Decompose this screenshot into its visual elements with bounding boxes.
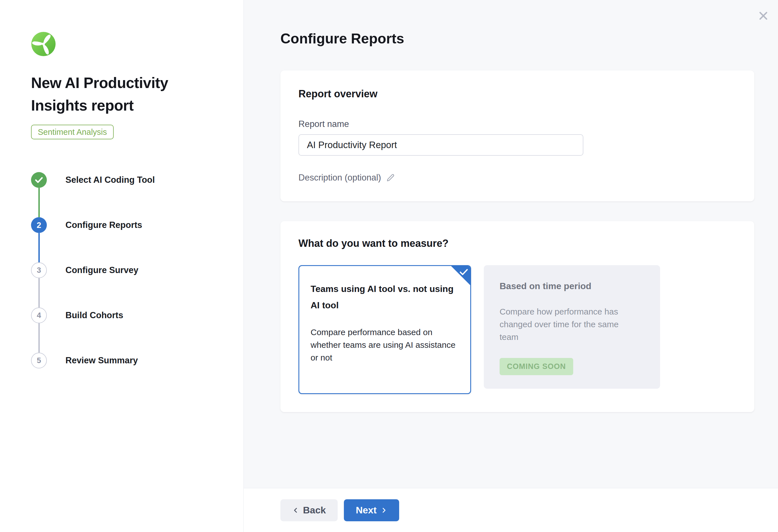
sentiment-analysis-badge: Sentiment Analysis	[31, 125, 114, 139]
sidebar: New AI Productivity Insights report Sent…	[0, 0, 244, 532]
option-based-on-time-period: Based on time period Compare how perform…	[484, 265, 660, 389]
step-label: Configure Reports	[65, 220, 142, 230]
option-title: Teams using AI tool vs. not using AI too…	[311, 281, 459, 313]
coming-soon-badge: COMING SOON	[499, 358, 573, 375]
main-column: Configure Reports Report overview Report…	[244, 0, 778, 532]
stepper-step-configure-survey[interactable]: 3 Configure Survey	[31, 262, 232, 278]
chevron-right-icon	[381, 507, 387, 514]
main-panel: Configure Reports Report overview Report…	[244, 0, 778, 488]
next-button-label: Next	[356, 505, 377, 516]
close-icon	[757, 9, 770, 22]
stepper-connector	[38, 188, 40, 217]
stepper-connector	[38, 323, 40, 353]
description-optional-button[interactable]: Description (optional)	[299, 173, 395, 183]
stepper-step-build-cohorts[interactable]: 4 Build Cohorts	[31, 307, 232, 323]
step-label: Select AI Coding Tool	[65, 175, 155, 185]
stepper-step-configure-reports[interactable]: 2 Configure Reports	[31, 217, 232, 233]
option-description: Compare how performance has changed over…	[499, 305, 626, 343]
edit-pencil-icon	[386, 173, 395, 182]
page-title: Configure Reports	[281, 30, 754, 47]
measure-card: What do you want to measure? Teams using…	[281, 221, 754, 412]
wizard-footer: Back Next	[244, 488, 778, 532]
option-teams-vs-not-using-ai[interactable]: Teams using AI tool vs. not using AI too…	[299, 265, 471, 394]
option-description: Compare performance based on whether tea…	[311, 326, 459, 364]
selected-check-icon	[459, 269, 468, 276]
step-label: Review Summary	[65, 356, 138, 366]
next-button[interactable]: Next	[344, 499, 399, 521]
close-button[interactable]	[756, 8, 771, 24]
step-label: Build Cohorts	[65, 310, 123, 320]
measure-heading: What do you want to measure?	[299, 237, 736, 249]
step-number: 3	[31, 262, 47, 278]
propeller-logo-icon	[31, 31, 56, 57]
description-optional-label: Description (optional)	[299, 173, 381, 183]
stepper-connector	[38, 233, 40, 262]
stepper-step-select-ai-coding-tool[interactable]: Select AI Coding Tool	[31, 172, 232, 188]
stepper-connector	[38, 278, 40, 307]
stepper-step-review-summary[interactable]: 5 Review Summary	[31, 353, 232, 368]
option-title: Based on time period	[499, 280, 626, 292]
chevron-left-icon	[292, 507, 299, 514]
stepper: Select AI Coding Tool 2 Configure Report…	[31, 172, 232, 368]
step-number: 4	[31, 307, 47, 323]
back-button-label: Back	[303, 505, 326, 516]
back-button[interactable]: Back	[281, 499, 338, 521]
step-label: Configure Survey	[65, 265, 138, 275]
report-overview-card: Report overview Report name Description …	[281, 71, 754, 202]
measure-options: Teams using AI tool vs. not using AI too…	[299, 265, 736, 394]
report-overview-heading: Report overview	[299, 88, 736, 100]
step-done-check-icon	[31, 172, 47, 188]
wizard-title: New AI Productivity Insights report	[31, 72, 206, 117]
report-name-input[interactable]	[299, 134, 584, 156]
step-number: 2	[31, 217, 47, 233]
step-number: 5	[31, 353, 47, 368]
report-name-label: Report name	[299, 119, 736, 129]
